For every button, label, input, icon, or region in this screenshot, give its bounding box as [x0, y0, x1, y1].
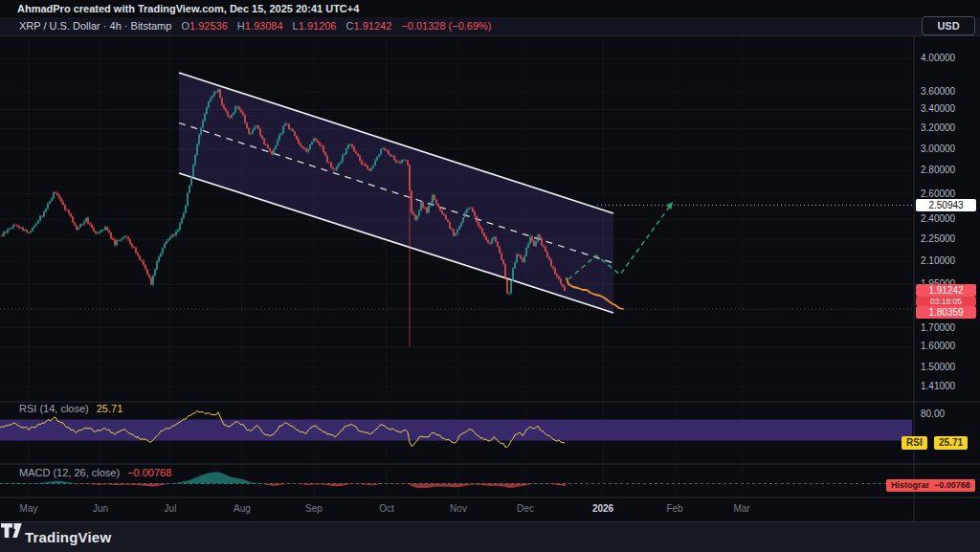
price-axis-label: 2.40000: [921, 213, 955, 225]
time-axis-label: Oct: [379, 503, 394, 514]
price-axis-label: 2.25000: [921, 233, 955, 245]
tradingview-logo-icon: [0, 522, 23, 539]
rsi-value-badge: 25.71: [934, 436, 968, 450]
time-axis-label: Jul: [165, 503, 177, 514]
last-price-label: 1.91242: [916, 284, 976, 297]
macd-value: −0.00768: [127, 467, 171, 478]
time-axis-label: Dec: [517, 503, 534, 514]
histogram-value-badge: −0.00768: [929, 479, 975, 492]
price-axis-label: 1.60000: [921, 341, 955, 352]
price-axis-label: 1.41000: [921, 381, 955, 392]
time-axis-label: Sep: [305, 503, 323, 514]
price-axis-label: 3.20000: [921, 122, 955, 134]
rsi-scale-label: 80.00: [921, 408, 945, 420]
price-axis-label: 1.70000: [921, 322, 955, 334]
rsi-badge: RSI: [902, 436, 927, 450]
price-axis-label: 2.80000: [921, 165, 955, 176]
rsi-value: 25.71: [97, 403, 123, 414]
macd-legend[interactable]: MACD (12, 26, close)−0.00768: [19, 467, 171, 478]
rsi-legend[interactable]: RSI (14, close)25.71: [19, 403, 122, 414]
countdown-label: 03:18:05: [916, 297, 976, 306]
time-axis-label: Jun: [93, 503, 108, 514]
time-axis-label: Aug: [234, 503, 251, 514]
rsi-title: RSI (14, close): [19, 403, 89, 414]
price-axis-label: 2.10000: [921, 255, 955, 267]
time-axis-label: Nov: [450, 503, 467, 514]
tradingview-brand: TradingView: [25, 529, 111, 545]
price-axis-label: 3.00000: [921, 144, 955, 155]
time-axis-label: Mar: [733, 503, 749, 514]
price-axis-label: 3.60000: [921, 86, 955, 98]
time-axis-label: Feb: [666, 503, 682, 514]
price-axis-label: 3.40000: [921, 103, 955, 115]
price-axis-label: 1.50000: [921, 362, 955, 373]
target-price-label: 2.50943: [916, 199, 976, 211]
alert-price-label: 1.80359: [916, 306, 976, 319]
time-axis-label: May: [20, 503, 38, 514]
price-axis-label: 4.00000: [921, 53, 955, 64]
time-axis-label: 2026: [592, 503, 613, 514]
footer: TradingView: [0, 521, 980, 552]
tradingview-snapshot: AhmadPro created with TradingView.com, D…: [0, 0, 980, 552]
macd-title: MACD (12, 26, close): [19, 467, 120, 478]
